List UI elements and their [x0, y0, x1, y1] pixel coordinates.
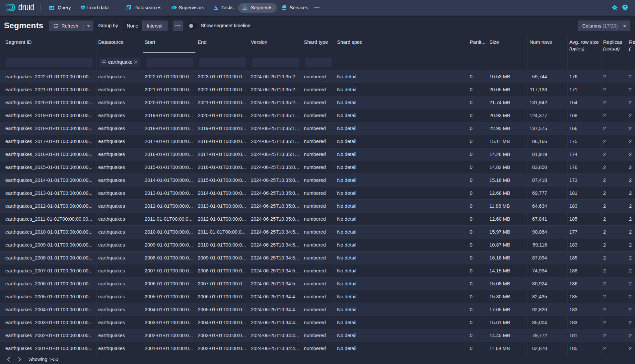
svg-text:?: ? — [624, 5, 626, 9]
